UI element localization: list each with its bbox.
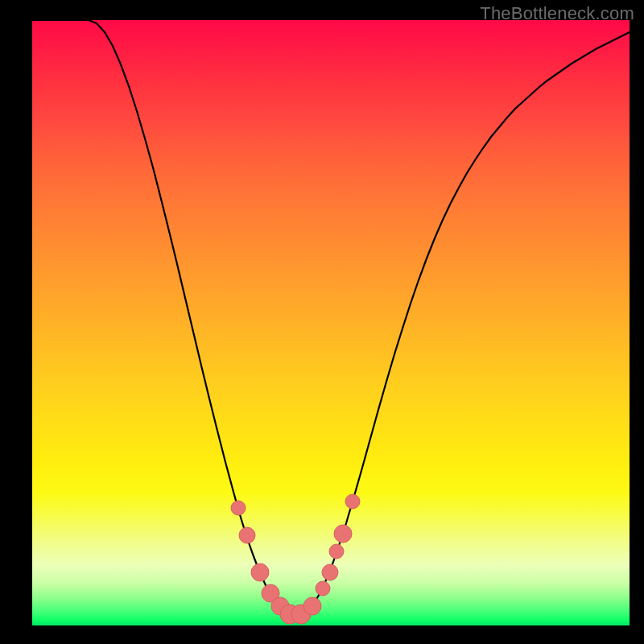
chart-frame: TheBottleneck.com bbox=[0, 0, 644, 644]
data-point-marker bbox=[322, 564, 338, 580]
chart-svg bbox=[32, 20, 630, 625]
data-point-marker bbox=[303, 597, 321, 615]
watermark-text: TheBottleneck.com bbox=[480, 3, 634, 24]
data-point-marker bbox=[239, 527, 255, 543]
data-point-marker bbox=[329, 544, 344, 559]
plot-area bbox=[32, 20, 630, 625]
data-point-marker bbox=[231, 501, 246, 515]
data-points-group bbox=[231, 494, 360, 624]
data-point-marker bbox=[251, 564, 269, 581]
data-point-marker bbox=[345, 494, 360, 509]
data-point-marker bbox=[316, 581, 330, 596]
bottleneck-curve bbox=[32, 20, 630, 616]
data-point-marker bbox=[334, 525, 352, 543]
